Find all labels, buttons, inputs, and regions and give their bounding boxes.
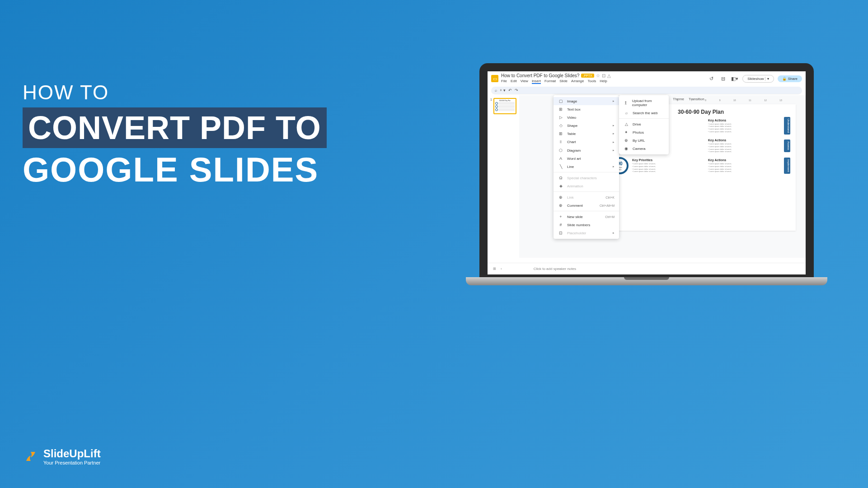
- link-icon: ⊕: [558, 195, 563, 200]
- line-icon: ╲: [558, 164, 563, 169]
- menu-slide[interactable]: Slide: [559, 79, 568, 84]
- insert-dropdown: ▢Image▸⊞Text box▷Video◇Shape▸⊞Table▸⫴Cha…: [554, 95, 619, 239]
- toolbar: ⌕ + ▾ ↶ ↷: [491, 87, 802, 94]
- hero-line1: HOW TO: [23, 81, 327, 104]
- laptop-mockup: ▭ How to Convert PDF to Google Slides? .…: [479, 63, 814, 285]
- right-tabs: Theme Transition: [673, 95, 704, 103]
- chart-icon: ⫴: [558, 139, 563, 144]
- star-icon[interactable]: ☆: [596, 73, 600, 78]
- menu-arrange[interactable]: Arrange: [571, 79, 584, 84]
- insert-diagram[interactable]: ⬡Diagram▸: [554, 146, 619, 154]
- animation-icon: ◈: [558, 184, 563, 188]
- speaker-notes[interactable]: ⊞ ‹ Click to add speaker notes: [488, 263, 806, 274]
- canvas: Theme Transition 12345678910111213 ▢Imag…: [519, 95, 806, 258]
- diagram-icon: ⬡: [558, 148, 563, 153]
- insert-new-slide[interactable]: +New slideCtrl+M: [554, 213, 619, 221]
- image-photos[interactable]: ✦Photos: [619, 128, 669, 136]
- slide-numbers-icon: #: [558, 223, 563, 227]
- menu-file[interactable]: File: [501, 79, 507, 84]
- history-icon[interactable]: ↺: [707, 74, 715, 83]
- gs-header: ▭ How to Convert PDF to Google Slides? .…: [488, 71, 806, 86]
- insert-slide-numbers[interactable]: #Slide numbers: [554, 221, 619, 229]
- placeholder-icon: ⊡: [558, 231, 563, 235]
- share-button[interactable]: 🔒 Share: [778, 75, 802, 82]
- slide-panel: 1 30-60-90 Day Plan: [488, 95, 519, 258]
- doc-title[interactable]: How to Convert PDF to Google Slides?: [501, 73, 579, 78]
- insert-shape[interactable]: ◇Shape▸: [554, 121, 619, 130]
- chevron-right-icon: ▸: [613, 132, 615, 135]
- slide-thumbnail[interactable]: 30-60-90 Day Plan: [493, 98, 516, 114]
- chevron-right-icon: ▸: [613, 149, 615, 152]
- grid-icon[interactable]: ⊞: [493, 267, 496, 271]
- chevron-right-icon: ▸: [613, 165, 615, 168]
- search-icon[interactable]: ⌕: [495, 88, 497, 93]
- menu-insert[interactable]: Insert: [532, 79, 541, 84]
- logo-brand: SlideUpLift: [43, 447, 101, 460]
- chevron-right-icon: ▸: [613, 124, 615, 127]
- menu-view[interactable]: View: [521, 79, 528, 84]
- undo-icon[interactable]: ↶: [508, 88, 512, 93]
- image-upload-from-computer[interactable]: ↥Upload from computer: [619, 97, 669, 109]
- chevron-down-icon[interactable]: ▾: [765, 77, 769, 81]
- insert-link: ⊕LinkCtrl+K: [554, 193, 619, 201]
- chevron-left-icon[interactable]: ‹: [501, 267, 502, 271]
- insert-text-box[interactable]: ⊞Text box: [554, 105, 619, 113]
- menu-edit[interactable]: Edit: [511, 79, 517, 84]
- redo-icon[interactable]: ↷: [515, 88, 518, 93]
- image-icon: ▢: [558, 99, 563, 103]
- thumb-number: 1: [490, 98, 492, 114]
- lock-icon: 🔒: [782, 77, 787, 81]
- tab-transition[interactable]: Transition: [689, 97, 704, 101]
- plan-side-understand: Understand: [784, 117, 790, 135]
- logo: SlideUpLift Your Presentation Partner: [23, 447, 101, 465]
- tab-theme[interactable]: Theme: [673, 97, 684, 101]
- image-by-url[interactable]: ⊕By URL: [619, 136, 669, 144]
- menubar: File Edit View Insert Format Slide Arran…: [501, 79, 704, 84]
- insert-comment[interactable]: ⊕CommentCtrl+Alt+M: [554, 201, 619, 209]
- insert-line[interactable]: ╲Line▸: [554, 163, 619, 171]
- menu-tools[interactable]: Tools: [588, 79, 596, 84]
- image-search-the-web[interactable]: ⌕Search the web: [619, 109, 669, 117]
- cloud-icon[interactable]: △: [607, 73, 611, 78]
- new-slide-tool[interactable]: + ▾: [500, 88, 506, 93]
- gs-body: 1 30-60-90 Day Plan Theme Transition: [488, 95, 806, 258]
- image-camera[interactable]: ◉Camera: [619, 144, 669, 153]
- menu-format[interactable]: Format: [544, 79, 556, 84]
- plan-side-assess: Assess: [784, 139, 790, 152]
- shape-icon: ◇: [558, 123, 563, 128]
- insert-video[interactable]: ▷Video: [554, 113, 619, 121]
- slideshow-button[interactable]: Slideshow ▾: [742, 75, 774, 83]
- new-slide-icon: +: [558, 214, 563, 219]
- google-slides-screen: ▭ How to Convert PDF to Google Slides? .…: [488, 71, 806, 274]
- plan-side-implement: Implement: [784, 158, 790, 174]
- insert-chart[interactable]: ⫴Chart▸: [554, 138, 619, 146]
- hero-line2: CONVERT PDF TO: [23, 107, 327, 148]
- special-characters-icon: Ω: [558, 176, 563, 180]
- insert-animation: ◈Animation: [554, 182, 619, 190]
- hero-text: HOW TO CONVERT PDF TO GOOGLE SLIDES: [23, 81, 327, 189]
- pptx-badge: .PPTX: [581, 74, 594, 78]
- chevron-right-icon: ▸: [613, 140, 615, 144]
- word-art-icon: A: [558, 156, 563, 161]
- insert-table[interactable]: ⊞Table▸: [554, 130, 619, 138]
- logo-icon: [23, 448, 39, 465]
- insert-word-art[interactable]: AWord art: [554, 154, 619, 163]
- comment-icon[interactable]: ⊟: [719, 74, 727, 83]
- text-box-icon: ⊞: [558, 107, 563, 112]
- chevron-right-icon: ▸: [613, 231, 615, 235]
- video-icon: ▷: [558, 115, 563, 120]
- chevron-right-icon: ▸: [613, 99, 615, 103]
- table-icon: ⊞: [558, 131, 563, 136]
- logo-tagline: Your Presentation Partner: [43, 460, 101, 465]
- menu-help[interactable]: Help: [600, 79, 607, 84]
- slides-logo-icon[interactable]: ▭: [491, 75, 498, 82]
- plan-row-90: 90 DaysPlan Key Priorities • Lorem ipsum…: [611, 157, 790, 174]
- image-submenu: ↥Upload from computer⌕Search the web△Dri…: [619, 95, 669, 154]
- insert-placeholder: ⊡Placeholder▸: [554, 229, 619, 237]
- meet-icon[interactable]: ◧▾: [731, 74, 739, 83]
- move-icon[interactable]: ⊡: [602, 73, 605, 78]
- comment-icon: ⊕: [558, 203, 563, 208]
- hero-line3: GOOGLE SLIDES: [23, 150, 327, 189]
- image-drive[interactable]: △Drive: [619, 120, 669, 128]
- insert-image[interactable]: ▢Image▸: [554, 97, 619, 105]
